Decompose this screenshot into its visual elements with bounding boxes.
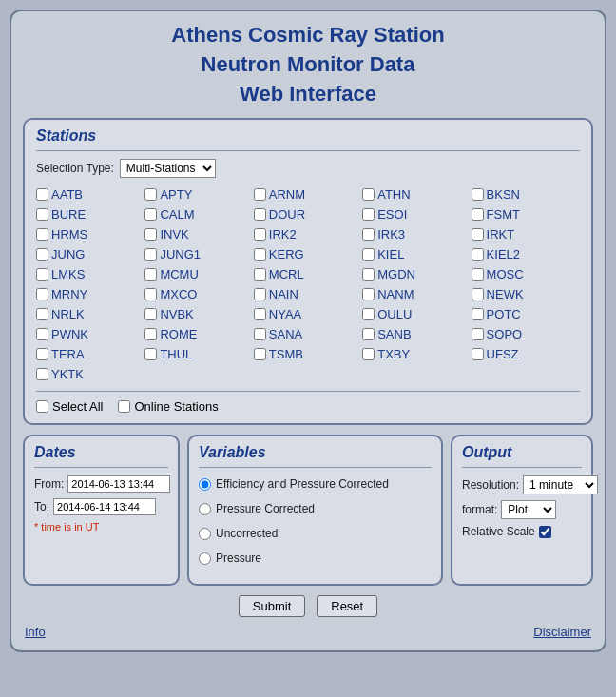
variable-radio-1[interactable] [199,503,211,515]
station-label-irkt[interactable]: IRKT [487,227,515,242]
station-checkbox-hrms[interactable] [36,228,48,241]
station-label-irk3[interactable]: IRK3 [377,227,405,242]
station-checkbox-nvbk[interactable] [144,308,157,320]
station-label-mcmu[interactable]: MCMU [160,267,198,281]
station-checkbox-calm[interactable] [144,208,157,221]
station-checkbox-oulu[interactable] [362,308,375,320]
station-label-yktk[interactable]: YKTK [51,367,84,381]
station-checkbox-potc[interactable] [472,308,484,320]
format-select[interactable]: Plot ASCII [501,500,556,519]
station-checkbox-nain[interactable] [254,288,266,300]
station-checkbox-mrny[interactable] [36,288,48,300]
station-label-kiel2[interactable]: KIEL2 [487,247,520,261]
to-input[interactable] [53,498,156,515]
station-label-sopo[interactable]: SOPO [487,327,523,341]
station-checkbox-kiel2[interactable] [472,248,484,261]
station-label-nrlk[interactable]: NRLK [51,307,85,321]
station-checkbox-pwnk[interactable] [36,328,48,340]
station-label-jung1[interactable]: JUNG1 [160,247,201,261]
station-label-newk[interactable]: NEWK [487,287,524,301]
resolution-select[interactable]: 1 minute 5 minutes 1 hour [523,475,598,494]
station-label-txby[interactable]: TXBY [377,347,410,361]
station-checkbox-dour[interactable] [254,208,266,221]
station-checkbox-txby[interactable] [362,348,375,360]
station-label-nanm[interactable]: NANM [377,287,414,301]
station-checkbox-nanm[interactable] [362,288,375,300]
station-label-mrny[interactable]: MRNY [51,287,87,301]
station-checkbox-mcrl[interactable] [254,268,266,281]
station-label-dour[interactable]: DOUR [269,207,305,222]
station-checkbox-sanb[interactable] [362,328,375,340]
station-label-irk2[interactable]: IRK2 [269,227,297,242]
station-label-rome[interactable]: ROME [160,327,197,341]
station-label-mgdn[interactable]: MGDN [377,267,415,281]
station-label-kiel[interactable]: KIEL [377,247,404,261]
station-label-lmks[interactable]: LMKS [51,267,85,281]
station-label-pwnk[interactable]: PWNK [51,327,88,341]
station-checkbox-mcmu[interactable] [144,268,157,281]
station-checkbox-invk[interactable] [144,228,157,241]
station-checkbox-irkt[interactable] [472,228,484,241]
station-checkbox-mxco[interactable] [144,288,157,300]
station-label-ufsz[interactable]: UFSZ [487,347,519,361]
station-label-kerg[interactable]: KERG [269,247,304,261]
station-label-mcrl[interactable]: MCRL [269,267,304,281]
station-label-sanb[interactable]: SANB [377,327,411,341]
station-label-tsmb[interactable]: TSMB [269,347,303,361]
station-label-aatb[interactable]: AATB [51,187,83,202]
station-checkbox-yktk[interactable] [36,368,48,380]
station-checkbox-newk[interactable] [472,288,484,300]
station-checkbox-rome[interactable] [144,328,157,340]
info-link[interactable]: Info [25,625,46,639]
station-label-nyaa[interactable]: NYAA [269,307,301,321]
from-input[interactable] [67,475,170,493]
variable-radio-3[interactable] [199,552,211,565]
station-label-sana[interactable]: SANA [269,327,302,341]
station-label-nain[interactable]: NAIN [269,287,298,301]
station-label-calm[interactable]: CALM [160,207,194,222]
station-checkbox-sopo[interactable] [472,328,484,340]
station-label-fsmt[interactable]: FSMT [487,207,520,222]
station-label-bksn[interactable]: BKSN [487,187,520,202]
submit-button[interactable]: Submit [239,595,305,617]
station-checkbox-kerg[interactable] [254,248,266,261]
station-label-hrms[interactable]: HRMS [51,227,87,242]
station-label-mxco[interactable]: MXCO [160,287,197,301]
station-checkbox-kiel[interactable] [362,248,375,261]
station-label-oulu[interactable]: OULU [377,307,412,321]
station-checkbox-athn[interactable] [362,188,375,201]
station-checkbox-esoi[interactable] [362,208,375,221]
station-checkbox-arnm[interactable] [254,188,266,201]
station-checkbox-sana[interactable] [254,328,266,340]
station-checkbox-tsmb[interactable] [254,348,266,360]
variable-radio-2[interactable] [199,528,211,540]
station-label-bure[interactable]: BURE [51,207,86,222]
station-checkbox-bksn[interactable] [472,188,484,201]
station-checkbox-apty[interactable] [144,188,157,201]
station-checkbox-jung[interactable] [36,248,48,261]
station-label-thul[interactable]: THUL [160,347,192,361]
station-checkbox-mosc[interactable] [472,268,484,281]
station-label-apty[interactable]: APTY [160,187,192,202]
station-checkbox-jung1[interactable] [144,248,157,261]
station-label-potc[interactable]: POTC [487,307,521,321]
station-checkbox-irk3[interactable] [362,228,375,241]
station-checkbox-mgdn[interactable] [362,268,375,281]
station-label-nvbk[interactable]: NVBK [160,307,193,321]
station-checkbox-lmks[interactable] [36,268,48,281]
station-label-tera[interactable]: TERA [51,347,85,361]
station-label-jung[interactable]: JUNG [51,247,85,261]
station-checkbox-thul[interactable] [144,348,157,360]
variable-radio-0[interactable] [199,478,211,491]
station-label-arnm[interactable]: ARNM [269,187,305,202]
relative-scale-checkbox[interactable] [539,526,551,538]
station-checkbox-aatb[interactable] [36,188,48,201]
station-checkbox-ufsz[interactable] [472,348,484,360]
station-checkbox-tera[interactable] [36,348,48,360]
select-all-checkbox[interactable] [36,400,48,413]
online-stations-checkbox[interactable] [118,400,130,413]
station-checkbox-nrlk[interactable] [36,308,48,320]
station-checkbox-fsmt[interactable] [472,208,484,221]
station-checkbox-bure[interactable] [36,208,48,221]
disclaimer-link[interactable]: Disclaimer [533,625,591,639]
